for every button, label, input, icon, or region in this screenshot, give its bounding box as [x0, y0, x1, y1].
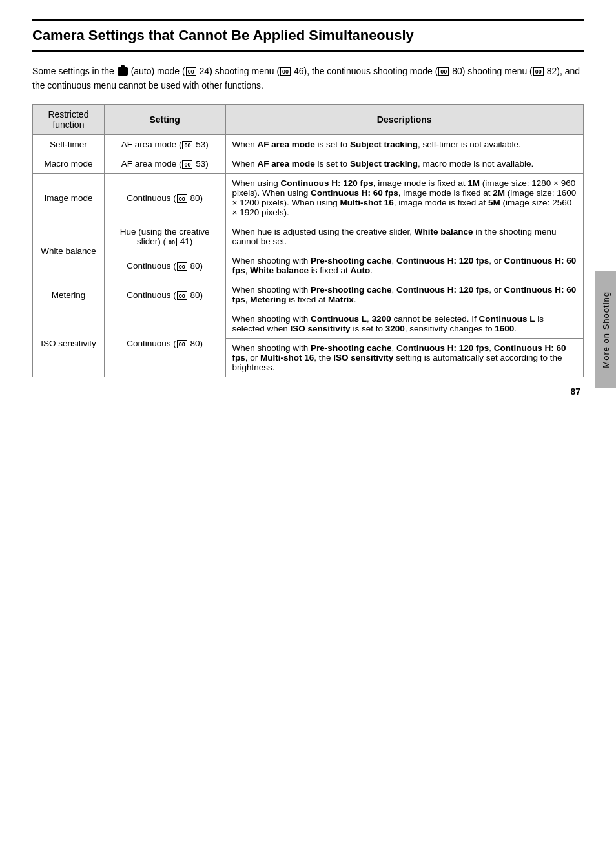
book-icon-4: 00 — [533, 67, 544, 76]
desc-iso-2: When shooting with Pre-shooting cache, C… — [225, 339, 583, 377]
table-row: Macro mode AF area mode (00 53) When AF … — [33, 154, 584, 174]
desc-macro: When AF area mode is set to Subject trac… — [225, 154, 583, 174]
book-icon: 00 — [177, 194, 187, 203]
setting-iso: Continuous (00 80) — [104, 309, 225, 377]
table-row: White balance Hue (using the creative sl… — [33, 222, 584, 251]
book-icon: 00 — [182, 160, 192, 169]
setting-macro: AF area mode (00 53) — [104, 154, 225, 174]
desc-self-timer: When AF area mode is set to Subject trac… — [225, 135, 583, 154]
table-row: Image mode Continuous (00 80) When using… — [33, 174, 584, 222]
page: Camera Settings that Cannot Be Applied S… — [0, 0, 616, 416]
restricted-macro: Macro mode — [33, 154, 105, 174]
table-row: Self-timer AF area mode (00 53) When AF … — [33, 135, 584, 154]
restricted-metering: Metering — [33, 280, 105, 309]
table-row: Continuous (00 80) When shooting with Pr… — [33, 251, 584, 280]
camera-icon — [118, 67, 128, 76]
page-number: 87 — [570, 386, 580, 397]
desc-white-balance-2: When shooting with Pre-shooting cache, C… — [225, 251, 583, 280]
table-row: Metering Continuous (00 80) When shootin… — [33, 280, 584, 309]
book-icon-3: 00 — [438, 67, 449, 76]
desc-metering: When shooting with Pre-shooting cache, C… — [225, 280, 583, 309]
book-icon: 00 — [177, 340, 187, 348]
restricted-white-balance: White balance — [33, 222, 105, 280]
intro-paragraph: Some settings in the (auto) mode (00 24)… — [32, 64, 584, 93]
header-descriptions: Descriptions — [225, 105, 583, 135]
setting-white-balance-1: Hue (using the creative slider) (00 41) — [104, 222, 225, 251]
desc-white-balance-1: When hue is adjusted using the creative … — [225, 222, 583, 251]
header-restricted: Restrictedfunction — [33, 105, 105, 135]
book-icon: 00 — [182, 141, 192, 149]
setting-image-mode: Continuous (00 80) — [104, 174, 225, 222]
restricted-self-timer: Self-timer — [33, 135, 105, 154]
restricted-iso: ISO sensitivity — [33, 309, 105, 377]
table-row: ISO sensitivity Continuous (00 80) When … — [33, 309, 584, 339]
page-title: Camera Settings that Cannot Be Applied S… — [32, 19, 584, 52]
side-tab: More on Shooting — [595, 271, 616, 388]
book-icon-2: 00 — [280, 67, 291, 76]
settings-table: Restrictedfunction Setting Descriptions … — [32, 104, 584, 377]
book-icon: 00 — [177, 262, 187, 271]
setting-metering: Continuous (00 80) — [104, 280, 225, 309]
book-icon: 00 — [167, 238, 177, 246]
book-icon-1: 00 — [186, 67, 196, 76]
header-setting: Setting — [104, 105, 225, 135]
setting-white-balance-2: Continuous (00 80) — [104, 251, 225, 280]
setting-self-timer: AF area mode (00 53) — [104, 135, 225, 154]
desc-iso-1: When shooting with Continuous L, 3200 ca… — [225, 309, 583, 339]
book-icon: 00 — [177, 291, 187, 300]
restricted-image-mode: Image mode — [33, 174, 105, 222]
desc-image-mode: When using Continuous H: 120 fps, image … — [225, 174, 583, 222]
side-tab-label: More on Shooting — [601, 291, 611, 368]
